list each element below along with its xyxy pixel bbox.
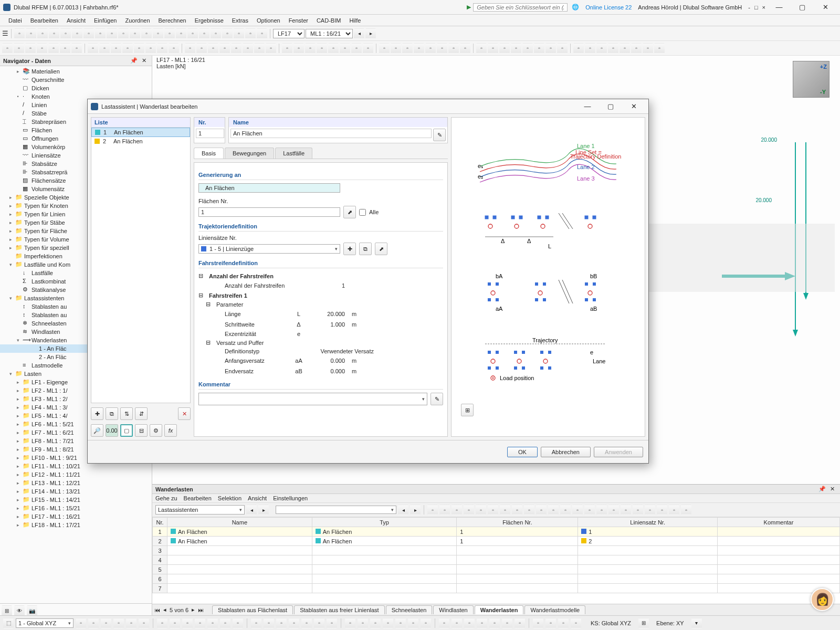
tool-icon[interactable]: ▫	[176, 28, 186, 39]
sort2-icon[interactable]: ⇵	[135, 407, 148, 420]
close-icon[interactable]: ✕	[140, 57, 149, 64]
tool-icon[interactable]: ▫	[427, 505, 438, 515]
tool-icon[interactable]: ▫	[448, 43, 459, 54]
bpanel-menu-item[interactable]: Ansicht	[248, 495, 267, 501]
tool-icon[interactable]: ▫	[488, 505, 498, 515]
status-tool-icon[interactable]: ▫	[207, 618, 218, 628]
status-tool-icon[interactable]: ▫	[251, 618, 261, 628]
pick-icon[interactable]: ⬈	[343, 206, 356, 218]
status-tool-icon[interactable]: ▫	[421, 618, 431, 628]
maximize-button[interactable]: ▢	[791, 1, 814, 14]
tool-icon[interactable]: ▫	[83, 28, 94, 39]
bpanel-menu-item[interactable]: Selektion	[218, 495, 242, 501]
status-tool-icon[interactable]: ▫	[489, 618, 500, 628]
list-item[interactable]: 2An Flächen	[91, 137, 190, 145]
table-row[interactable]: 7	[153, 584, 840, 593]
tool-icon[interactable]: ▫	[107, 28, 117, 39]
tool-icon[interactable]: ▫	[134, 43, 144, 54]
menu-berechnen[interactable]: Berechnen	[154, 16, 191, 25]
pin-icon[interactable]: 📌	[128, 57, 140, 64]
status-tool-icon[interactable]: ▫	[370, 618, 381, 628]
tool-icon[interactable]: ▫	[363, 43, 373, 54]
tool-icon[interactable]: ▫	[633, 505, 643, 515]
tool-icon[interactable]: ▫	[254, 43, 265, 54]
img-tool-icon[interactable]: ⊞	[461, 404, 474, 416]
tool-icon[interactable]: ▫	[476, 505, 486, 515]
status-tool-icon[interactable]: ▫	[101, 618, 111, 628]
status-tool-icon[interactable]: ▫	[220, 618, 230, 628]
tool-icon[interactable]: ▫	[414, 43, 424, 54]
tool-icon[interactable]: ▫	[60, 43, 70, 54]
edit-name-icon[interactable]: ✎	[433, 129, 446, 141]
bpanel-tab[interactable]: Stablasten aus Flächenlast	[212, 605, 293, 614]
next-icon[interactable]: ▸	[410, 505, 421, 515]
status-tool-icon[interactable]: ▫	[327, 618, 337, 628]
delete-icon[interactable]: ✕	[178, 407, 191, 420]
new-ls-icon[interactable]: ✚	[343, 243, 356, 255]
status-tool-icon[interactable]: ▫	[452, 618, 462, 628]
menu-einfügen[interactable]: Einfügen	[90, 16, 121, 25]
apply-button[interactable]: Anwenden	[594, 447, 643, 457]
tool-icon[interactable]: ▫	[231, 43, 242, 54]
col-header[interactable]: Typ	[312, 518, 457, 527]
tool-icon[interactable]: ▫	[245, 28, 256, 39]
ok-button[interactable]: OK	[507, 447, 538, 457]
close-icon[interactable]: ✕	[828, 486, 837, 492]
status-tool-icon[interactable]: ▫	[113, 618, 124, 628]
tree-item[interactable]: ▸📁LF16 - ML1 : 15/21	[0, 504, 152, 512]
tool-icon[interactable]: ▫	[222, 28, 233, 39]
tool-icon[interactable]: ▫	[95, 28, 106, 39]
status-tool-icon[interactable]: ▫	[514, 618, 525, 628]
status-tool-icon[interactable]: ▫	[533, 618, 543, 628]
tool-icon[interactable]: ▫	[328, 43, 339, 54]
tool-icon[interactable]: ▫	[14, 43, 24, 54]
bpanel-pager[interactable]: ⏮◂5 von 6▸⏭	[154, 606, 204, 613]
dialog-tab[interactable]: Bewegungen	[225, 148, 274, 159]
tree-item[interactable]: ▸📚Materialien	[0, 67, 152, 76]
status-tool-icon[interactable]: ▫	[464, 618, 475, 628]
tree-item[interactable]: ▢Dicken	[0, 84, 152, 92]
menu-ansicht[interactable]: Ansicht	[62, 16, 90, 25]
nr-input[interactable]	[196, 129, 224, 138]
tool-icon[interactable]: ▫	[164, 28, 175, 39]
tool-icon[interactable]: ▫	[654, 43, 665, 54]
tool-icon[interactable]: ▫	[187, 28, 198, 39]
tool-icon[interactable]: ▫	[208, 43, 218, 54]
cancel-button[interactable]: Abbrechen	[541, 447, 591, 457]
dialog-tab[interactable]: Lastfälle	[275, 148, 312, 159]
child-max-icon[interactable]: □	[752, 4, 760, 10]
status-tool-icon[interactable]: ▫	[301, 618, 312, 628]
table-row[interactable]: 4	[153, 555, 840, 565]
status-tool-icon[interactable]: ▫	[571, 618, 581, 628]
list-item[interactable]: 1An Flächen	[91, 128, 190, 137]
status-icon[interactable]: ⬚	[3, 618, 14, 628]
minimize-button[interactable]: —	[768, 1, 791, 14]
form-subgroup[interactable]: ⊟Parameter	[198, 300, 443, 309]
prev-icon[interactable]: ◂	[354, 28, 364, 39]
tool-icon[interactable]: ▫	[219, 43, 230, 54]
tool-icon[interactable]: ▫	[14, 28, 25, 39]
tool-icon[interactable]: ▫	[26, 28, 36, 39]
tool-icon[interactable]: ▫	[645, 505, 655, 515]
all-checkbox[interactable]	[359, 209, 366, 216]
status-tool-icon[interactable]: ▫	[170, 618, 180, 628]
tool-icon[interactable]: ▫	[522, 43, 533, 54]
table-row[interactable]: 3	[153, 546, 840, 555]
tool-icon[interactable]: ▫	[49, 28, 59, 39]
bpanel-tab[interactable]: Stablasten aus freier Linienlast	[294, 605, 384, 614]
tool-icon[interactable]: ▫	[596, 43, 607, 54]
menu-hilfe[interactable]: Hilfe	[345, 16, 365, 25]
tool-icon[interactable]: ▫	[141, 28, 152, 39]
box-icon[interactable]: ▢	[120, 424, 133, 437]
dialog-close-icon[interactable]: ✕	[622, 100, 645, 113]
tool-icon[interactable]: ▫	[681, 505, 691, 515]
tool-icon[interactable]: ▫	[657, 505, 667, 515]
bpanel-menu-item[interactable]: Einstellungen	[273, 495, 308, 501]
child-min-icon[interactable]: -	[746, 4, 752, 10]
tool-icon[interactable]: ▫	[391, 43, 401, 54]
tool-icon[interactable]: ▫	[60, 28, 71, 39]
surfaces-nr-input[interactable]	[198, 207, 340, 217]
tool-icon[interactable]: ▫	[573, 43, 584, 54]
col-header[interactable]: Nr.	[153, 518, 167, 527]
pin-icon[interactable]: 📌	[816, 486, 828, 492]
